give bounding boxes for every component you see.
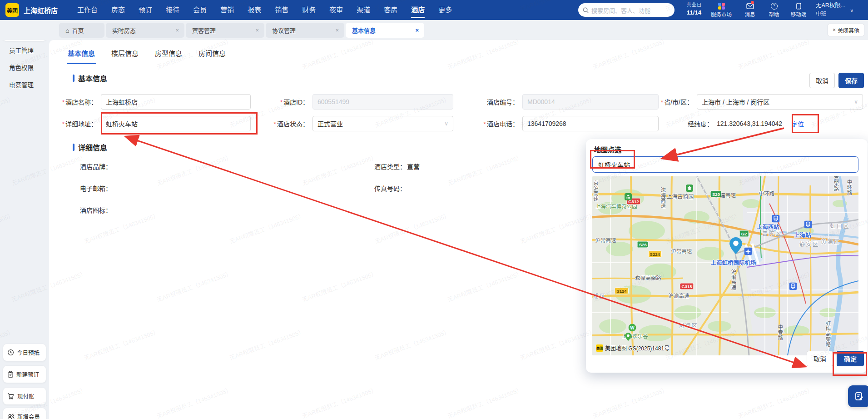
map-label: 京沪高速	[592, 180, 599, 201]
region-select[interactable]: 上海市 / 上海市 / 闵行区 ∨	[697, 94, 863, 110]
help-button[interactable]: ? 帮助	[764, 2, 784, 18]
map-attribution: 美团 美团地图 GS(2025)1481号	[596, 344, 670, 352]
dialog-confirm-button[interactable]: 确定	[837, 351, 864, 366]
sidebar-item[interactable]: 员工管理	[3, 44, 46, 58]
save-button[interactable]: 保存	[838, 73, 864, 88]
map-label: 中春路	[776, 324, 784, 340]
hotel-name: 上海虹桥店	[24, 5, 58, 15]
topnav-item[interactable]: 接待	[159, 0, 186, 20]
map-label: 虹梅高架路	[824, 321, 832, 347]
dialog-cancel-button[interactable]: 取消	[807, 351, 833, 366]
clipboard-icon	[7, 371, 14, 378]
map-label: 上海欢乐谷	[622, 332, 648, 339]
hotel-name-input[interactable]	[101, 94, 251, 110]
svg-text:W: W	[630, 325, 635, 330]
map-label: 闵行区	[678, 321, 698, 329]
meituan-map-logo: 美团	[596, 344, 603, 352]
road-badge: G2	[739, 230, 749, 237]
plane-map-icon	[744, 248, 752, 257]
status-select[interactable]: 正式营业 ∨	[312, 116, 453, 131]
topnav-item[interactable]: 渠道	[350, 0, 377, 20]
messages-button[interactable]: 消息	[739, 2, 760, 18]
feedback-button[interactable]	[848, 385, 868, 407]
cart-icon	[7, 393, 15, 399]
close-other-tabs-button[interactable]: × 关闭其他	[828, 24, 864, 36]
phone-icon	[796, 3, 801, 10]
sidebar-item[interactable]: 电竞管理	[3, 78, 46, 93]
map-label: 沪渝高速	[668, 292, 689, 299]
road-badge: S224	[648, 251, 662, 258]
unread-badge	[751, 1, 754, 4]
close-tab-icon[interactable]: ×	[415, 27, 419, 34]
page-tab[interactable]: ⌂首页	[59, 23, 104, 38]
topnav-item[interactable]: 工作台	[70, 0, 104, 20]
close-tab-icon[interactable]: ×	[335, 27, 339, 34]
top-bar: 美团 上海虹桥店 工作台房态预订接待会员营销报表销售财务夜审渠道客房酒店更多 搜…	[0, 0, 868, 20]
quick-action-clock[interactable]: 今日预抵	[3, 344, 46, 361]
page-tab[interactable]: 协议管理×	[266, 23, 344, 38]
subtab-floor-info[interactable]: 楼层信息	[110, 45, 139, 64]
section-title-basic: 基本信息	[73, 73, 107, 84]
map-label: 中环路	[759, 190, 775, 197]
road-badge: G318	[680, 283, 694, 290]
sidebar-item[interactable]: 角色权限	[3, 61, 46, 75]
map-label: 上海古猗园	[666, 192, 694, 200]
locate-link[interactable]: 定位	[791, 119, 804, 128]
quick-action-label: 新增会员	[17, 412, 40, 419]
page-tab[interactable]: 宾客管理×	[186, 23, 264, 38]
topnav-item[interactable]: 报表	[241, 0, 268, 20]
subtab-room-info[interactable]: 房间信息	[198, 45, 227, 64]
address-input[interactable]	[101, 116, 251, 131]
page-tab[interactable]: 基本信息×	[346, 23, 424, 38]
map-search-input[interactable]	[592, 156, 858, 173]
topnav-item[interactable]: 会员	[186, 0, 213, 20]
topnav-item[interactable]: 客房	[377, 0, 404, 20]
tab-strip: ⌂首页实时房态×宾客管理×协议管理×基本信息× × 关闭其他	[0, 20, 868, 40]
map-canvas[interactable]: 京沪高速上海汽车博览公园沈海高速上海古猗园沪嘉高速中环路中环路高架路上海西站上海…	[592, 176, 858, 355]
user-menu[interactable]: 无AR权限... 中班 ∨	[816, 2, 845, 17]
mobile-app-button[interactable]: 移动端	[787, 2, 810, 18]
topnav-item[interactable]: 营销	[213, 0, 241, 20]
happy-map-icon: W	[628, 324, 636, 333]
subtab-basic-info[interactable]: 基本信息	[67, 45, 96, 64]
subtab-roomtype-info[interactable]: 房型信息	[154, 45, 183, 64]
search-placeholder: 搜索房间、客人、功能	[591, 6, 650, 15]
field-fax: 传真号码：	[374, 184, 407, 193]
museum-map-icon	[625, 193, 632, 202]
field-region: *省/市/区： 上海市 / 上海市 / 闵行区 ∨	[618, 94, 863, 110]
close-tab-icon[interactable]: ×	[255, 27, 259, 34]
quick-action-users[interactable]: 新增会员	[3, 408, 46, 419]
chevron-down-icon: ∨	[444, 120, 448, 127]
page-tab[interactable]: 实时房态×	[106, 23, 184, 38]
cancel-button[interactable]: 取消	[809, 73, 835, 88]
topnav-item[interactable]: 房态	[104, 0, 132, 20]
road-badge: S26	[637, 241, 649, 248]
road-badge: S124	[615, 288, 628, 294]
map-label: 沪常高速	[671, 247, 692, 254]
topnav-item[interactable]: 酒店	[404, 0, 432, 20]
topnav-item[interactable]: 销售	[268, 0, 295, 20]
tab-label: 宾客管理	[192, 26, 252, 35]
rail-map-icon	[772, 214, 780, 224]
topnav-item[interactable]: 更多	[432, 0, 459, 20]
service-market-button[interactable]: 服务市场	[709, 2, 734, 18]
map-label: 黄浦区	[821, 236, 841, 245]
quick-action-label: 现付账	[17, 392, 35, 400]
field-status: *酒店状态： 正式营业 ∨	[245, 116, 453, 131]
field-hotel-name: *酒店名称：	[42, 94, 251, 110]
users-icon	[7, 414, 15, 419]
global-search-input[interactable]: 搜索房间、客人、功能	[578, 3, 675, 17]
map-label: 崧泽高架路	[635, 274, 661, 281]
topnav-item[interactable]: 预订	[132, 0, 159, 20]
topnav-item[interactable]: 财务	[295, 0, 322, 20]
tab-label: 首页	[72, 26, 99, 35]
map-label: 沪渝高速	[730, 269, 737, 290]
topnav-item[interactable]: 夜审	[322, 0, 350, 20]
field-email: 电子邮箱：	[80, 184, 113, 193]
quick-action-cart[interactable]: 现付账	[3, 388, 46, 404]
pin-map-icon[interactable]	[729, 237, 742, 256]
section-title-detail: 详细信息	[73, 142, 107, 153]
close-tab-icon[interactable]: ×	[175, 27, 179, 34]
quick-action-clipboard[interactable]: 新建预订	[3, 366, 46, 383]
map-label: 沪嘉高速	[715, 191, 736, 199]
